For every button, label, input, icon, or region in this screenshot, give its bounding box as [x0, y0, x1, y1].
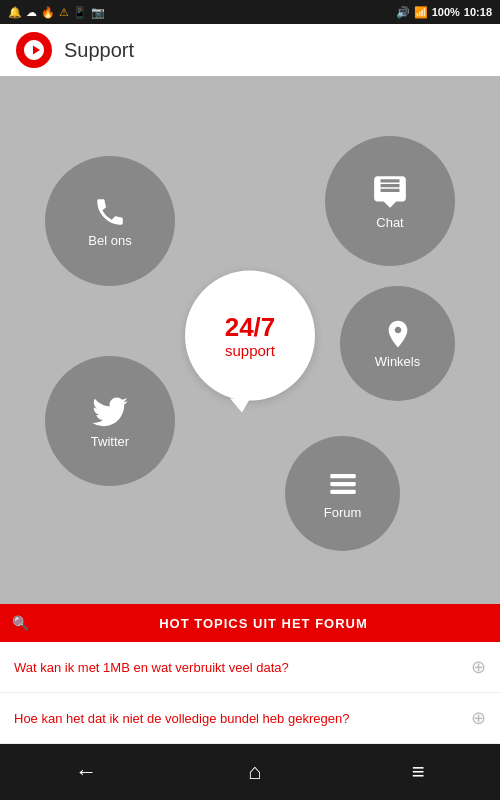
svg-rect-2 [330, 490, 356, 494]
forum-item-1-text: Wat kan ik met 1MB en wat verbruikt veel… [14, 660, 463, 675]
support-247: 24/7 [225, 313, 276, 342]
forum-item-1-plus-icon: ⊕ [471, 656, 486, 678]
header-title: Support [64, 39, 134, 62]
status-bar-left: 🔔 ☁ 🔥 ⚠ 📱 📷 [8, 6, 392, 19]
home-button[interactable]: ⌂ [224, 751, 285, 793]
battery-text: 100% [432, 6, 460, 18]
cloud-icon: ☁ [26, 6, 37, 19]
status-bar: 🔔 ☁ 🔥 ⚠ 📱 📷 🔊 📶 100% 10:18 [0, 0, 500, 24]
time-text: 10:18 [464, 6, 492, 18]
support-text: support [225, 341, 275, 358]
search-icon: 🔍 [12, 615, 29, 631]
svg-rect-1 [330, 482, 356, 486]
bottom-nav: ← ⌂ ≡ [0, 744, 500, 800]
screenshot-icon: 📷 [91, 6, 105, 19]
vodafone-logo [16, 32, 52, 68]
forum-label: Forum [324, 505, 362, 520]
support-bubble: 24/7 support [185, 271, 315, 401]
forum-button[interactable]: Forum [285, 436, 400, 551]
winkels-button[interactable]: Winkels [340, 286, 455, 401]
chat-label: Chat [376, 215, 403, 230]
header: Support [0, 24, 500, 76]
volume-icon: 🔊 [396, 6, 410, 19]
svg-rect-0 [330, 474, 356, 478]
forum-item-1[interactable]: Wat kan ik met 1MB en wat verbruikt veel… [0, 642, 500, 693]
winkels-label: Winkels [375, 354, 421, 369]
menu-button[interactable]: ≡ [388, 751, 449, 793]
sim-icon: 📱 [73, 6, 87, 19]
forum-item-2-text: Hoe kan het dat ik niet de volledige bun… [14, 711, 463, 726]
forum-item-2[interactable]: Hoe kan het dat ik niet de volledige bun… [0, 693, 500, 744]
notification-icon: 🔔 [8, 6, 22, 19]
chat-button[interactable]: Chat [325, 136, 455, 266]
back-button[interactable]: ← [51, 751, 121, 793]
forum-item-2-plus-icon: ⊕ [471, 707, 486, 729]
forum-section: 🔍 HOT TOPICS UIT HET FORUM Wat kan ik me… [0, 604, 500, 744]
twitter-label: Twitter [91, 434, 129, 449]
forum-header-title: HOT TOPICS UIT HET FORUM [39, 616, 488, 631]
bel-ons-label: Bel ons [88, 233, 131, 248]
warning-icon: ⚠ [59, 6, 69, 19]
flame-icon: 🔥 [41, 6, 55, 19]
forum-header: 🔍 HOT TOPICS UIT HET FORUM [0, 604, 500, 642]
twitter-button[interactable]: Twitter [45, 356, 175, 486]
bel-ons-button[interactable]: Bel ons [45, 156, 175, 286]
main-content: Bel ons Chat Winkels Twitter Forum 24/7 … [0, 76, 500, 616]
wifi-icon: 📶 [414, 6, 428, 19]
